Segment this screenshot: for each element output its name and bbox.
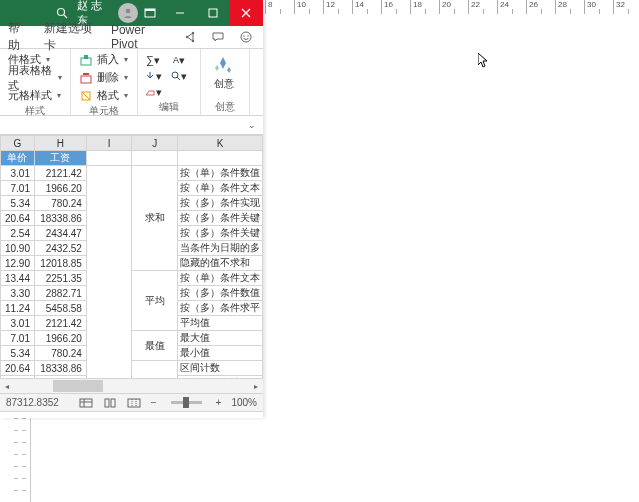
cell[interactable]: 780.24 [34,196,86,211]
scroll-right-icon[interactable]: ▸ [249,379,263,393]
page-break-view-button[interactable] [127,396,141,410]
maximize-button[interactable] [196,0,229,26]
column-headers[interactable]: GHIJK [1,136,263,151]
cell[interactable]: 区间计数 [177,361,262,376]
expand-formula-bar-icon[interactable]: ⌄ [245,118,259,132]
scroll-left-icon[interactable]: ◂ [0,379,14,393]
close-button[interactable] [230,0,263,26]
cell[interactable]: 3.01 [1,316,35,331]
cell[interactable]: 按（多）条件关键 [177,211,262,226]
category-cell[interactable]: 最值 [132,331,178,361]
user-avatar-icon[interactable] [118,3,138,23]
category-cell[interactable] [132,361,178,380]
cell[interactable]: 18338.86 [34,361,86,376]
clear-button[interactable]: ▾ [144,85,162,99]
document-canvas[interactable] [265,14,639,502]
cell[interactable]: 按（多）条件实现 [177,196,262,211]
cell[interactable]: 按（多）条件关键 [177,226,262,241]
cell-style-button[interactable]: 元格样式▾ [6,87,64,104]
cell[interactable]: 3.30 [1,286,35,301]
cell[interactable]: 2.54 [1,226,35,241]
cell[interactable] [1,376,35,380]
cell[interactable]: 按（单）条件数值 [177,166,262,181]
svg-point-11 [192,40,194,42]
zoom-in-button[interactable]: + [216,397,222,408]
cell[interactable] [34,376,86,380]
cell[interactable]: 12018.85 [34,256,86,271]
zoom-slider[interactable] [171,401,202,404]
cell[interactable]: 2434.47 [34,226,86,241]
table-row: 7.011966.20最值最大值 [1,331,263,346]
cell[interactable]: 最小值 [177,346,262,361]
svg-point-12 [241,32,251,42]
format-button[interactable]: 格式▾ [77,87,131,104]
share-icon[interactable] [181,28,199,46]
cell[interactable]: 10.90 [1,241,35,256]
normal-view-button[interactable] [79,396,93,410]
cell[interactable]: 按（多）条件求平 [177,301,262,316]
cell[interactable]: 1966.20 [34,181,86,196]
header-cell[interactable] [177,151,262,166]
cell[interactable]: 2121.42 [34,166,86,181]
cell[interactable]: 18338.86 [34,211,86,226]
cell[interactable]: 5.34 [1,196,35,211]
cell[interactable]: 5458.58 [34,301,86,316]
category-cell[interactable]: 平均 [132,271,178,331]
header-cell[interactable] [132,151,178,166]
find-button[interactable]: ▾ [170,69,188,83]
header-cell[interactable]: 工资 [34,151,86,166]
cell[interactable]: 2121.42 [34,316,86,331]
scroll-thumb[interactable] [53,380,103,392]
page-layout-view-button[interactable] [103,396,117,410]
cell[interactable]: 13.44 [1,271,35,286]
cell[interactable]: 2251.35 [34,271,86,286]
header-cell[interactable]: 单价 [1,151,35,166]
cell[interactable]: 当条件为日期的多 [177,241,262,256]
cell[interactable] [86,166,131,380]
formula-bar[interactable]: ⌄ [0,116,263,135]
cell[interactable]: 平均值 [177,316,262,331]
svg-point-13 [243,35,244,36]
minimize-button[interactable] [163,0,196,26]
cell[interactable]: 包含多条件计数 [177,376,262,380]
cell[interactable]: 7.01 [1,331,35,346]
zoom-level[interactable]: 100% [231,397,257,408]
cell[interactable]: 7.01 [1,181,35,196]
category-cell[interactable]: 求和 [132,166,178,271]
cell[interactable]: 2432.52 [34,241,86,256]
svg-rect-17 [81,76,91,83]
horizontal-scrollbar[interactable]: ◂ ▸ [0,379,263,394]
cell[interactable]: 780.24 [34,346,86,361]
cell[interactable]: 2882.71 [34,286,86,301]
cell[interactable]: 按（单）条件文本 [177,181,262,196]
cell[interactable]: 20.64 [1,361,35,376]
cell[interactable]: 1966.20 [34,331,86,346]
insert-button[interactable]: 插入▾ [77,51,131,68]
smiley-icon[interactable] [237,28,255,46]
zoom-out-button[interactable]: − [151,397,157,408]
cell[interactable]: 3.01 [1,166,35,181]
cell[interactable]: 按（单）条件文本 [177,271,262,286]
delete-icon [79,71,93,85]
cell[interactable]: 5.34 [1,346,35,361]
svg-point-2 [126,9,130,13]
worksheet-grid[interactable]: GHIJK 单价工资3.012121.42求和按（单）条件数值7.011966.… [0,135,263,379]
ruler-segment: 16 [381,0,410,14]
cell[interactable]: 隐藏的值不求和 [177,256,262,271]
comments-icon[interactable] [209,28,227,46]
table-format-button[interactable]: 用表格格式▾ [6,69,64,86]
cell[interactable]: 11.24 [1,301,35,316]
ideas-button[interactable]: 创意 [207,51,241,91]
delete-button[interactable]: 删除▾ [77,69,131,86]
tab-powerpivot[interactable]: Power Pivot [111,23,165,51]
header-cell[interactable] [86,151,131,166]
cell[interactable]: 最大值 [177,331,262,346]
search-icon[interactable] [55,6,69,20]
cell[interactable]: 20.64 [1,211,35,226]
cell[interactable]: 12.90 [1,256,35,271]
cell[interactable]: 按（多）条件数值 [177,286,262,301]
fill-button[interactable]: ▾ [144,69,162,83]
autosum-button[interactable]: ∑▾ [144,53,162,67]
sort-button[interactable]: A▾ [170,53,188,67]
ruler-segment: 22 [468,0,497,14]
